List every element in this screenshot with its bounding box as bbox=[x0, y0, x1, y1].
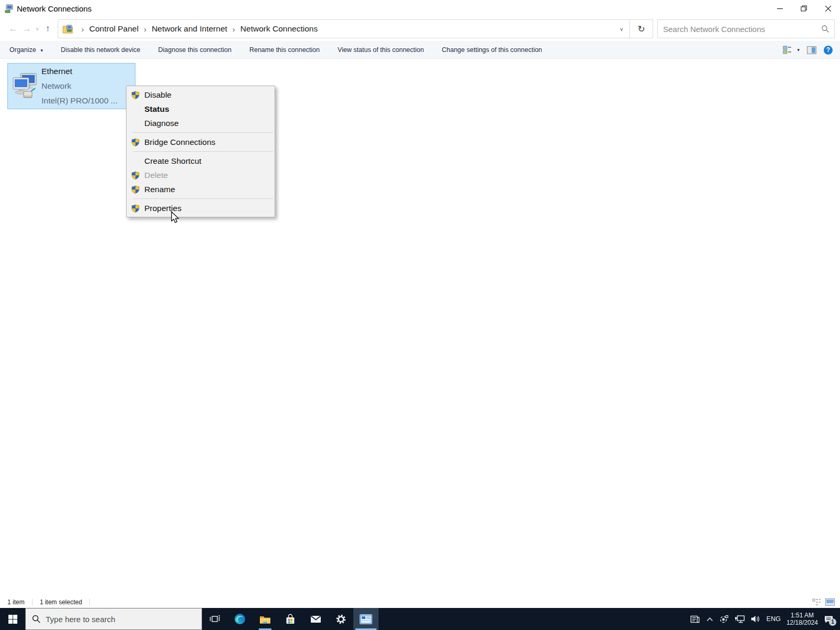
breadcrumb-control-panel[interactable]: Control Panel bbox=[89, 24, 139, 34]
taskbar-search-input[interactable] bbox=[46, 615, 202, 624]
search-input[interactable] bbox=[658, 25, 822, 34]
network-tray-icon[interactable] bbox=[734, 615, 745, 624]
location-icon bbox=[62, 24, 73, 34]
uac-shield-icon bbox=[131, 185, 140, 194]
restore-icon bbox=[801, 5, 807, 12]
menu-item-status[interactable]: Status bbox=[127, 102, 275, 116]
news-and-interests-icon[interactable] bbox=[690, 615, 700, 624]
address-dropdown-icon[interactable]: ∨ bbox=[614, 26, 629, 32]
uac-shield-icon bbox=[131, 171, 140, 180]
command-view-status[interactable]: View status of this connection bbox=[338, 46, 424, 54]
recent-locations-chevron-icon[interactable]: ∨ bbox=[34, 26, 41, 32]
help-button[interactable]: ? bbox=[824, 46, 833, 55]
connection-network: Network bbox=[41, 79, 118, 93]
menu-item-label: Delete bbox=[144, 171, 168, 180]
restore-button[interactable] bbox=[792, 0, 816, 17]
organize-button[interactable]: Organize ▾ bbox=[9, 46, 43, 54]
start-button[interactable] bbox=[0, 608, 25, 630]
menu-item-label: Diagnose bbox=[144, 119, 179, 128]
mouse-cursor bbox=[170, 211, 180, 224]
menu-item-rename[interactable]: Rename bbox=[127, 182, 275, 196]
taskbar: ENG 1:51 AM 12/18/2024 1 bbox=[0, 608, 840, 630]
menu-item-create-shortcut[interactable]: Create Shortcut bbox=[127, 154, 275, 168]
close-icon bbox=[825, 6, 831, 12]
preview-pane-button[interactable] bbox=[807, 46, 816, 54]
clock[interactable]: 1:51 AM 12/18/2024 bbox=[786, 612, 818, 626]
windows-logo-icon bbox=[8, 615, 17, 624]
ethernet-connection-item[interactable]: Ethernet Network Intel(R) PRO/1000 ... bbox=[7, 63, 135, 109]
volume-icon[interactable] bbox=[751, 615, 761, 623]
hidden-icons-chevron-icon[interactable] bbox=[706, 617, 713, 622]
menu-item-disable[interactable]: Disable bbox=[127, 88, 275, 102]
file-explorer-button[interactable] bbox=[253, 608, 278, 630]
command-bar: Organize ▾ Disable this network device D… bbox=[0, 41, 840, 59]
ethernet-adapter-icon bbox=[11, 71, 38, 101]
address-bar[interactable]: › Control Panel › Network and Internet ›… bbox=[58, 19, 630, 38]
command-rename-connection[interactable]: Rename this connection bbox=[249, 46, 320, 54]
menu-item-label: Status bbox=[144, 104, 169, 114]
uac-shield-icon bbox=[131, 204, 140, 213]
menu-item-label: Bridge Connections bbox=[144, 138, 215, 147]
menu-separator bbox=[133, 132, 273, 133]
menu-item-bridge-connections[interactable]: Bridge Connections bbox=[127, 135, 275, 149]
uac-shield-icon bbox=[131, 138, 140, 146]
command-change-settings[interactable]: Change settings of this connection bbox=[442, 46, 542, 54]
menu-item-label: Create Shortcut bbox=[144, 156, 202, 166]
search-icon[interactable] bbox=[822, 25, 829, 33]
items-selected: 1 item selected bbox=[33, 598, 90, 606]
forward-button[interactable]: → bbox=[20, 24, 34, 34]
breadcrumb-network-connections[interactable]: Network Connections bbox=[240, 24, 318, 34]
system-tray: ENG 1:51 AM 12/18/2024 1 bbox=[690, 608, 840, 630]
edge-button[interactable] bbox=[227, 608, 253, 630]
title-bar: Network Connections bbox=[0, 0, 840, 17]
notification-badge: 1 bbox=[829, 618, 836, 626]
mail-icon bbox=[310, 615, 321, 624]
language-indicator[interactable]: ENG bbox=[766, 615, 781, 623]
command-disable-device[interactable]: Disable this network device bbox=[61, 46, 140, 54]
statusbar-divider bbox=[89, 598, 90, 606]
close-button[interactable] bbox=[816, 0, 840, 17]
details-view-button[interactable] bbox=[812, 598, 821, 606]
tray-time: 1:51 AM bbox=[786, 612, 818, 619]
settings-gear-icon bbox=[335, 614, 346, 625]
settings-button[interactable] bbox=[328, 608, 353, 630]
taskbar-search-icon bbox=[32, 615, 40, 623]
change-view-caret-icon: ▾ bbox=[797, 47, 800, 52]
items-count: 1 item bbox=[0, 598, 32, 606]
task-view-icon bbox=[209, 614, 220, 624]
command-diagnose-connection[interactable]: Diagnose this connection bbox=[158, 46, 232, 54]
network-connections-window-button[interactable] bbox=[353, 608, 379, 630]
task-view-button[interactable] bbox=[202, 608, 227, 630]
organize-caret-icon: ▾ bbox=[40, 48, 43, 53]
status-bar: 1 item 1 item selected bbox=[0, 596, 840, 608]
connection-name: Ethernet bbox=[41, 64, 118, 79]
microsoft-store-button[interactable] bbox=[278, 608, 303, 630]
minimize-button[interactable] bbox=[768, 0, 792, 17]
refresh-button[interactable]: ↻ bbox=[630, 19, 653, 38]
breadcrumb-network-and-internet[interactable]: Network and Internet bbox=[152, 24, 227, 34]
action-center-button[interactable]: 1 bbox=[824, 615, 834, 624]
minimize-icon bbox=[777, 6, 783, 12]
menu-item-diagnose[interactable]: Diagnose bbox=[127, 116, 275, 130]
menu-separator bbox=[133, 151, 273, 152]
breadcrumb-chevron-icon[interactable]: › bbox=[76, 25, 89, 34]
network-connections-app-icon bbox=[4, 4, 14, 13]
back-button[interactable]: ← bbox=[6, 24, 20, 34]
help-icon: ? bbox=[826, 46, 830, 54]
mail-button[interactable] bbox=[303, 608, 328, 630]
uac-shield-icon bbox=[131, 91, 140, 99]
menu-item-properties[interactable]: Properties bbox=[127, 201, 275, 215]
microsoft-store-icon bbox=[285, 614, 296, 625]
up-button[interactable]: ↑ bbox=[41, 24, 55, 34]
tray-status-icon[interactable] bbox=[719, 615, 729, 624]
change-view-button[interactable]: ▾ bbox=[783, 46, 800, 55]
large-icons-view-button[interactable] bbox=[825, 598, 835, 606]
menu-item-delete[interactable]: Delete bbox=[127, 168, 275, 182]
taskbar-search-box[interactable] bbox=[25, 608, 202, 630]
menu-separator bbox=[133, 198, 273, 199]
breadcrumb-chevron-icon[interactable]: › bbox=[139, 25, 152, 34]
window-title: Network Connections bbox=[17, 4, 92, 13]
search-box[interactable] bbox=[657, 19, 835, 38]
breadcrumb-chevron-icon[interactable]: › bbox=[227, 25, 240, 34]
connection-device: Intel(R) PRO/1000 ... bbox=[41, 93, 118, 108]
